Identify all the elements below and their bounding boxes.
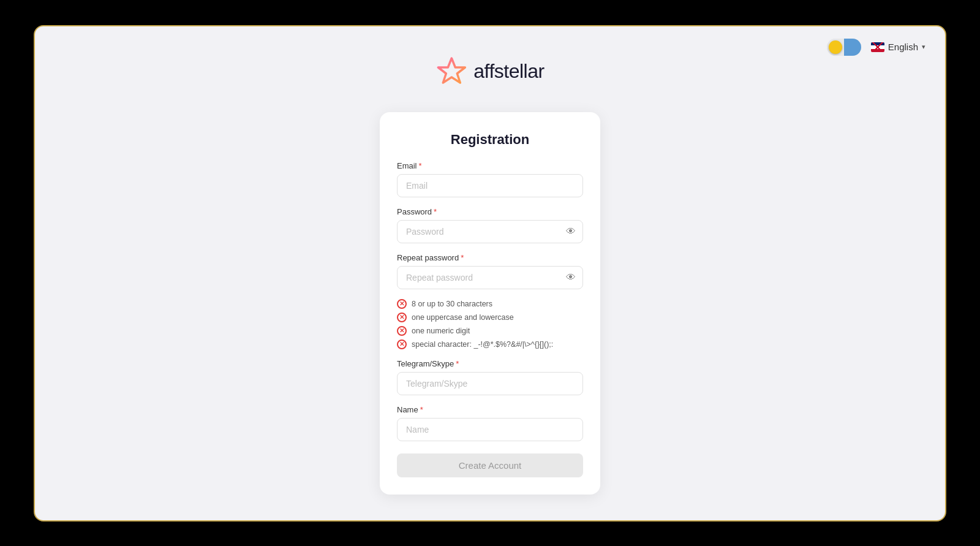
validation-text-3: special character: _-!@*.$%?&#/|\>^{}[](… <box>412 340 553 349</box>
telegram-required-star: * <box>456 359 459 368</box>
theme-toggle[interactable] <box>827 39 861 56</box>
email-label: Email * <box>397 161 583 170</box>
validation-icon-2: ✕ <box>397 326 407 336</box>
registration-card: Registration Email * Password * 👁 Repeat… <box>380 112 600 495</box>
uk-flag-icon <box>871 42 884 52</box>
email-field-group: Email * <box>397 161 583 197</box>
telegram-label: Telegram/Skype * <box>397 359 583 368</box>
email-input[interactable] <box>397 174 583 197</box>
toggle-track <box>827 39 861 56</box>
validation-text-2: one numeric digit <box>412 327 470 335</box>
logo-text: affstellar <box>473 60 544 83</box>
repeat-password-label: Repeat password * <box>397 253 583 262</box>
form-title: Registration <box>397 132 583 148</box>
toggle-knob <box>829 40 842 54</box>
validation-icon-1: ✕ <box>397 313 407 322</box>
password-label: Password * <box>397 207 583 216</box>
validation-item-1: ✕ one uppercase and lowercase <box>397 313 583 322</box>
repeat-password-input-wrapper: 👁 <box>397 266 583 289</box>
validation-icon-0: ✕ <box>397 299 407 309</box>
password-eye-icon[interactable]: 👁 <box>566 226 576 237</box>
svg-marker-0 <box>438 58 465 83</box>
language-label: English <box>888 42 918 52</box>
password-input[interactable] <box>397 220 583 243</box>
telegram-input[interactable] <box>397 372 583 395</box>
name-label: Name * <box>397 405 583 414</box>
affstellar-logo-icon <box>435 56 467 88</box>
repeat-password-eye-icon[interactable]: 👁 <box>566 272 576 283</box>
name-required-star: * <box>420 405 423 414</box>
email-required-star: * <box>419 161 422 170</box>
repeat-password-field-group: Repeat password * 👁 <box>397 253 583 289</box>
chevron-down-icon: ▾ <box>922 43 925 51</box>
validation-item-3: ✕ special character: _-!@*.$%?&#/|\>^{}[… <box>397 339 583 349</box>
app-window: English ▾ affstellar Registration Email … <box>34 25 946 521</box>
name-input[interactable] <box>397 418 583 441</box>
validation-text-0: 8 or up to 30 characters <box>412 300 492 308</box>
password-required-star: * <box>434 207 437 216</box>
validation-item-0: ✕ 8 or up to 30 characters <box>397 299 583 309</box>
language-selector[interactable]: English ▾ <box>871 42 925 52</box>
repeat-password-required-star: * <box>461 253 464 262</box>
validation-text-1: one uppercase and lowercase <box>412 313 514 322</box>
validation-icon-3: ✕ <box>397 339 407 349</box>
password-input-wrapper: 👁 <box>397 220 583 243</box>
telegram-field-group: Telegram/Skype * <box>397 359 583 395</box>
name-field-group: Name * <box>397 405 583 441</box>
validation-item-2: ✕ one numeric digit <box>397 326 583 336</box>
validation-list: ✕ 8 or up to 30 characters ✕ one upperca… <box>397 299 583 349</box>
topbar: English ▾ <box>807 26 945 68</box>
password-field-group: Password * 👁 <box>397 207 583 243</box>
repeat-password-input[interactable] <box>397 266 583 289</box>
create-account-button[interactable]: Create Account <box>397 453 583 477</box>
logo-area: affstellar <box>435 56 544 88</box>
